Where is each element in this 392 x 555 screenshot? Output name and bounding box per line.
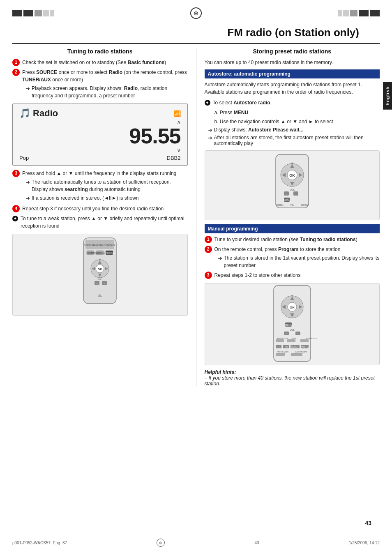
language-tab: English	[383, 82, 392, 110]
manual-step-2-num: 2	[205, 246, 212, 253]
svg-text:+: +	[286, 193, 287, 195]
step-1: 1 Check the set is switched on or to sta…	[12, 59, 188, 66]
autostore-arrow1: ➜ Display shows: Autostore Please wait..…	[208, 127, 380, 133]
helpful-hints: Helpful hints: – If you store more than …	[205, 369, 380, 387]
step-3: 3 Press and hold ▲ or ▼ until the freque…	[12, 170, 188, 203]
svg-text:MENU: MENU	[283, 199, 291, 201]
manual-step-3: 3 Repeat steps 1-2 to store other statio…	[205, 272, 380, 279]
right-column: Storing preset radio stations You can st…	[196, 48, 380, 387]
top-bar-center: ⊕	[58, 7, 334, 19]
svg-text:TUNER/AUX: TUNER/AUX	[104, 252, 116, 254]
svg-point-16	[99, 259, 101, 260]
svg-text:VOL: VOL	[290, 329, 295, 331]
autostore-arrow2: ➜ After all stations are stored, the fir…	[208, 135, 380, 146]
step-bullet-text: To tune to a weak station, press ▲ or ▼ …	[21, 215, 188, 230]
manual-remote-image: OK MENU VOL + − ALBUMCYCLE VIEW	[205, 283, 380, 365]
autostore-step-bullet: ● To select Autostore radio,	[205, 99, 380, 106]
manual-step-2-arrow: ➜ The station is stored in the 1st vacan…	[218, 254, 380, 269]
svg-text:OK: OK	[289, 173, 295, 177]
deco-block	[343, 10, 349, 16]
svg-text:OK: OK	[98, 268, 102, 271]
footer-compass-icon: ⊕	[157, 539, 165, 547]
manual-step-3-text: Repeat steps 1-2 to store other stations	[214, 272, 380, 279]
svg-text:◄◄: ◄◄	[277, 345, 281, 348]
svg-text:REPEAT: REPEAT	[291, 346, 299, 348]
deco-block	[12, 10, 22, 16]
svg-text:VOL: VOL	[290, 189, 295, 191]
page-title-area: FM radio (on Station only)	[12, 19, 380, 44]
deco-block	[359, 10, 369, 16]
svg-text:PROG/B.MARK: PROG/B.MARK	[277, 351, 289, 353]
radio-frequency: 95.55	[19, 125, 181, 147]
left-section-heading: Tuning to radio stations	[12, 48, 188, 55]
autostore-text: Autostore automatically starts programmi…	[205, 81, 380, 96]
autostore-bullet-num: ●	[205, 100, 210, 106]
manual-step-1-num: 1	[205, 236, 212, 243]
step-2-text: Press SOURCE once or more to select Radi…	[22, 69, 188, 99]
step-4-text: Repeat step 3 if necessary until you fin…	[22, 205, 188, 212]
svg-text:+: +	[96, 282, 98, 285]
right-intro: You can store up to 40 preset radio stat…	[205, 59, 380, 66]
radio-signal-icon: 📶	[174, 110, 181, 117]
deco-block	[338, 10, 342, 16]
manual-step-2-text: On the remote control, press Program to …	[214, 246, 380, 269]
deco-block	[35, 10, 42, 16]
svg-text:SCROLL: SCROLL	[301, 204, 309, 206]
radio-tuner-icon: 🎵 Radio	[19, 108, 58, 119]
helpful-hints-title: Helpful hints:	[205, 369, 236, 375]
autostore-sub-b: b. Use the navigation controls ▲ or ▼ an…	[214, 118, 380, 125]
svg-rect-63	[300, 339, 309, 342]
step-3-num: 3	[12, 170, 20, 177]
svg-text:VIEW: VIEW	[292, 337, 296, 339]
step-3-arrow2: ➜ If a station is received in stereo, (◄…	[25, 194, 188, 203]
svg-text:−: −	[104, 282, 105, 285]
manual-remote-svg: OK MENU VOL + − ALBUMCYCLE VIEW	[261, 284, 323, 364]
page-title: FM radio (on Station only)	[227, 26, 359, 39]
autostore-remote-image: OK + VOL − MENU SCROLL VOL	[205, 150, 380, 220]
svg-text:ALBUMCYCLE: ALBUMCYCLE	[306, 337, 317, 339]
deco-block	[370, 10, 380, 16]
manual-step-1-text: Tune to your desired radio station (see …	[214, 236, 380, 243]
svg-text:OK: OK	[290, 306, 295, 309]
step-2: 2 Press SOURCE once or more to select Ra…	[12, 69, 188, 99]
autostore-remote-svg: OK + VOL − MENU SCROLL VOL	[261, 152, 323, 218]
svg-rect-61	[287, 339, 295, 342]
svg-text:ALBUMCYCLE: ALBUMCYCLE	[277, 337, 288, 339]
manual-programming-heading: Manual programming	[205, 224, 380, 233]
footer-bar: p001-P052-WACS57_Eng_37 ⊕ 43 1/25/2006, …	[12, 535, 380, 547]
svg-text:MENU: MENU	[285, 324, 292, 326]
svg-rect-59	[276, 339, 284, 342]
step-bullet-num: ●	[12, 216, 18, 221]
step-1-text: Check the set is switched on or to stand…	[22, 59, 188, 66]
svg-text:VOL: VOL	[290, 204, 294, 206]
deco-block	[50, 10, 54, 16]
svg-text:2-WAY REMOTE CONTROL: 2-WAY REMOTE CONTROL	[84, 244, 116, 246]
step-3-arrow1: ➜ The radio automatically tunes to a sta…	[25, 178, 188, 193]
right-deco-blocks	[338, 10, 380, 16]
left-deco-blocks	[12, 10, 54, 16]
radio-genre: Pop	[19, 155, 29, 161]
svg-rect-73	[276, 353, 285, 356]
compass-icon: ⊕	[190, 7, 202, 19]
step-2-num: 2	[12, 69, 20, 76]
svg-text:+: +	[286, 332, 287, 335]
step-4: 4 Repeat step 3 if necessary until you f…	[12, 205, 188, 212]
svg-text:MARK/UNMARK: MARK/UNMARK	[295, 351, 307, 353]
footer-date: 1/25/2006, 14:12	[349, 541, 380, 545]
svg-rect-75	[291, 353, 302, 356]
deco-block	[43, 10, 49, 16]
deco-block	[23, 10, 33, 16]
step-3-text: Press and hold ▲ or ▼ until the frequenc…	[22, 170, 188, 203]
deco-block	[350, 10, 357, 16]
svg-text:−: −	[297, 332, 299, 335]
remote-image-left: 2-WAY REMOTE CONTROL CD/MP3 HARDDISK TUN…	[12, 234, 188, 316]
main-content: Tuning to radio stations 1 Check the set…	[0, 48, 392, 387]
autostore-sub-a: a. Press MENU	[214, 109, 380, 116]
radio-display-header: 🎵 Radio 📶	[19, 108, 181, 119]
step-bullet: ● To tune to a weak station, press ▲ or …	[12, 215, 188, 230]
remote-svg-left: 2-WAY REMOTE CONTROL CD/MP3 HARDDISK TUN…	[71, 236, 129, 314]
svg-text:−: −	[295, 193, 297, 195]
footer-page: 43	[255, 541, 259, 545]
radio-footer: Pop DBB2	[19, 155, 181, 161]
footer-file: p001-P052-WACS57_Eng_37	[12, 541, 67, 545]
